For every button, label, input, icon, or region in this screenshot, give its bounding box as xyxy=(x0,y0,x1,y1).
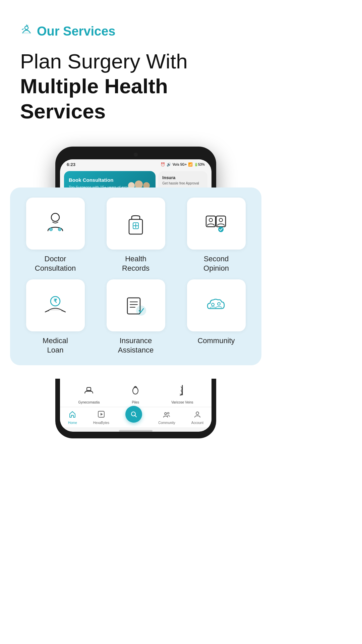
services-grid: DoctorConsultation HealthRecords xyxy=(18,198,253,355)
procedure-item-piles[interactable]: Piles xyxy=(129,384,141,404)
doctor-consultation-icon xyxy=(42,210,69,237)
service-item-doctor-consultation[interactable]: DoctorConsultation xyxy=(18,198,93,273)
svg-line-41 xyxy=(135,415,137,417)
procedures-row: Gynecomastia Piles xyxy=(60,379,212,407)
health-records-icon xyxy=(122,210,149,237)
svg-point-44 xyxy=(196,412,199,415)
varicose-veins-icon xyxy=(176,384,188,398)
svg-text:₹: ₹ xyxy=(54,298,57,304)
nav-community[interactable]: Community xyxy=(158,411,175,425)
doctor-consultation-label: DoctorConsultation xyxy=(35,254,76,273)
community-nav-icon xyxy=(163,411,170,420)
gynecomastia-label: Gynecomastia xyxy=(78,400,100,404)
hero-title: Plan Surgery With Multiple Health Servic… xyxy=(20,49,251,124)
svg-point-7 xyxy=(135,180,143,189)
piles-icon xyxy=(129,384,141,398)
medical-loan-icon-box: ₹ xyxy=(26,279,85,331)
service-item-health-records[interactable]: HealthRecords xyxy=(99,198,173,273)
piles-label: Piles xyxy=(132,400,139,404)
gynecomastia-icon xyxy=(83,384,95,398)
svg-point-33 xyxy=(218,303,220,305)
services-tag-text: Our Services xyxy=(37,24,115,39)
community-icon-box xyxy=(187,279,246,331)
services-tag-icon xyxy=(20,23,33,39)
home-label: Home xyxy=(68,421,77,425)
insurance-title: Insura xyxy=(162,175,203,180)
health-records-icon-box xyxy=(107,198,165,250)
services-overlay: DoctorConsultation HealthRecords xyxy=(10,187,261,365)
insurance-subtitle: Get hassle free Approval xyxy=(162,181,203,185)
nav-home[interactable]: Home xyxy=(68,411,77,425)
svg-point-13 xyxy=(51,213,59,221)
health-records-label: HealthRecords xyxy=(122,254,149,273)
svg-point-21 xyxy=(209,218,213,222)
bottom-phone-section: Gynecomastia Piles xyxy=(0,379,272,438)
phone-notch xyxy=(134,153,138,157)
community-icon xyxy=(203,292,230,319)
phone-bottom-nav: Home HexaBytes xyxy=(60,407,212,427)
community-label: Community xyxy=(197,336,235,346)
hexabytes-label: HexaBytes xyxy=(93,421,109,425)
insurance-assistance-icon xyxy=(122,292,149,319)
home-indicator xyxy=(119,430,153,432)
nav-hexabytes[interactable]: HexaBytes xyxy=(93,411,109,425)
nav-search-button[interactable] xyxy=(125,406,142,423)
status-bar: 6:23 ⏰ 🔊 Vols 5G+ 📶 🔋53% xyxy=(60,159,212,168)
home-icon xyxy=(69,411,76,420)
status-time: 6:23 xyxy=(67,162,75,167)
insurance-assistance-icon-box xyxy=(107,279,165,331)
bottom-phone-inner: Gynecomastia Piles xyxy=(55,379,216,438)
service-item-community[interactable]: Community xyxy=(179,279,253,355)
medical-loan-label: MedicalLoan xyxy=(43,336,68,355)
svg-marker-39 xyxy=(101,413,103,416)
svg-point-23 xyxy=(219,218,223,222)
nav-account[interactable]: Account xyxy=(191,411,203,425)
second-opinion-icon-box xyxy=(187,198,246,250)
header-section: Our Services Plan Surgery With Multiple … xyxy=(0,0,272,133)
hexabytes-icon xyxy=(98,411,105,420)
medical-loan-icon: ₹ xyxy=(42,292,69,319)
status-icons: ⏰ 🔊 Vols 5G+ 📶 🔋53% xyxy=(161,162,205,167)
svg-point-24 xyxy=(218,227,224,232)
second-opinion-label: SecondOpinion xyxy=(203,254,229,273)
svg-point-36 xyxy=(133,387,138,394)
account-label: Account xyxy=(191,421,203,425)
svg-rect-0 xyxy=(22,32,31,34)
bottom-screen: Gynecomastia Piles xyxy=(60,379,212,432)
service-item-medical-loan[interactable]: ₹ MedicalLoan xyxy=(18,279,93,355)
services-tag: Our Services xyxy=(20,23,251,39)
svg-point-42 xyxy=(165,413,167,415)
svg-point-32 xyxy=(212,303,214,306)
procedure-item-gynecomastia[interactable]: Gynecomastia xyxy=(78,384,100,404)
varicose-veins-label: Varicose Veins xyxy=(171,400,193,404)
procedure-item-varicose-veins[interactable]: Varicose Veins xyxy=(171,384,193,404)
second-opinion-icon xyxy=(203,210,230,237)
service-item-second-opinion[interactable]: SecondOpinion xyxy=(179,198,253,273)
doctor-consultation-icon-box xyxy=(26,198,85,250)
svg-point-43 xyxy=(168,412,169,414)
insurance-assistance-label: InsuranceAssistance xyxy=(118,336,154,355)
svg-point-31 xyxy=(136,306,146,315)
community-nav-label: Community xyxy=(158,421,175,425)
service-item-insurance-assistance[interactable]: InsuranceAssistance xyxy=(99,279,173,355)
svg-point-1 xyxy=(25,26,28,30)
account-icon xyxy=(194,411,201,420)
